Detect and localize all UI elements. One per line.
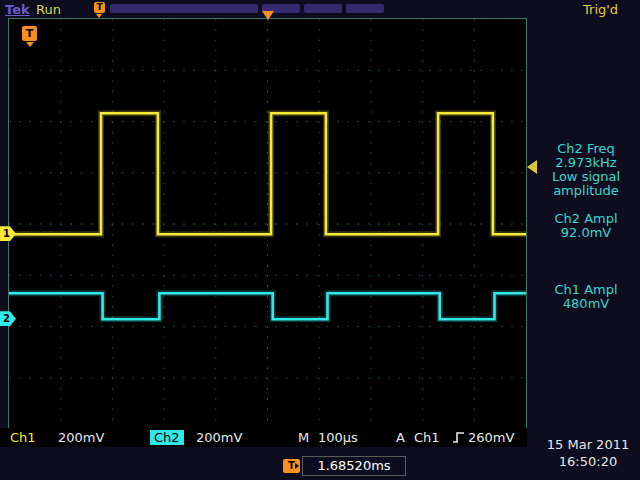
trigger-time-marker-icon: T xyxy=(22,26,37,41)
measurement-ch2-freq: Ch2 Freq 2.973kHz Low signal amplitude xyxy=(536,142,636,198)
measurement-value: 2.973kHz xyxy=(536,156,636,170)
trigger-mode-label: A xyxy=(396,430,405,445)
status-bar-segment xyxy=(304,4,342,13)
right-arrow-icon xyxy=(295,463,299,469)
measurement-warning: amplitude xyxy=(536,184,636,198)
brand-logo: Tek xyxy=(5,2,30,17)
waveform-plot xyxy=(9,19,526,429)
status-bar-segment xyxy=(110,4,258,13)
trigger-source: Ch1 xyxy=(414,430,440,445)
horizontal-position-icon: T xyxy=(283,459,300,473)
ch1-label: Ch1 xyxy=(10,430,36,445)
timebase-value: 100µs xyxy=(318,430,358,445)
measurement-title: Ch1 Ampl xyxy=(536,283,636,297)
ch2-label: Ch2 xyxy=(150,430,184,445)
ch1-scale: 200mV xyxy=(58,430,104,445)
measurement-ch1-ampl: Ch1 Ampl 480mV xyxy=(536,283,636,311)
trigger-time-marker-arrow-icon xyxy=(26,42,34,47)
trigger-position-arrow-icon xyxy=(262,11,274,20)
measurement-title: Ch2 Ampl xyxy=(536,212,636,226)
horizontal-position-readout: 1.68520ms xyxy=(302,456,406,476)
measurement-ch2-ampl: Ch2 Ampl 92.0mV xyxy=(536,212,636,240)
readout-bar: Ch1 200mV Ch2 200mV M 100µs A Ch1 260mV xyxy=(0,428,527,447)
time-readout: 16:50:20 xyxy=(540,454,636,469)
oscilloscope-screen: Tek Run T Trig'd T 1 2 Ch2 Freq 2.973kHz… xyxy=(0,0,640,480)
waveform-display xyxy=(8,18,527,430)
measurement-value: 92.0mV xyxy=(536,226,636,240)
rising-edge-icon xyxy=(452,431,465,444)
measurement-title: Ch2 Freq xyxy=(536,142,636,156)
measurement-value: 480mV xyxy=(536,297,636,311)
acquisition-state: Run xyxy=(36,2,61,17)
trigger-status: Trig'd xyxy=(583,2,618,17)
date-readout: 15 Mar 2011 xyxy=(540,437,636,452)
trigger-level-value: 260mV xyxy=(468,430,514,445)
trigger-marker-icon: T xyxy=(94,2,105,13)
timebase-label: M xyxy=(298,430,309,445)
status-bar-segment xyxy=(346,4,384,13)
trigger-letter: T xyxy=(288,460,295,471)
measurement-warning: Low signal xyxy=(536,170,636,184)
ch2-scale: 200mV xyxy=(196,430,242,445)
